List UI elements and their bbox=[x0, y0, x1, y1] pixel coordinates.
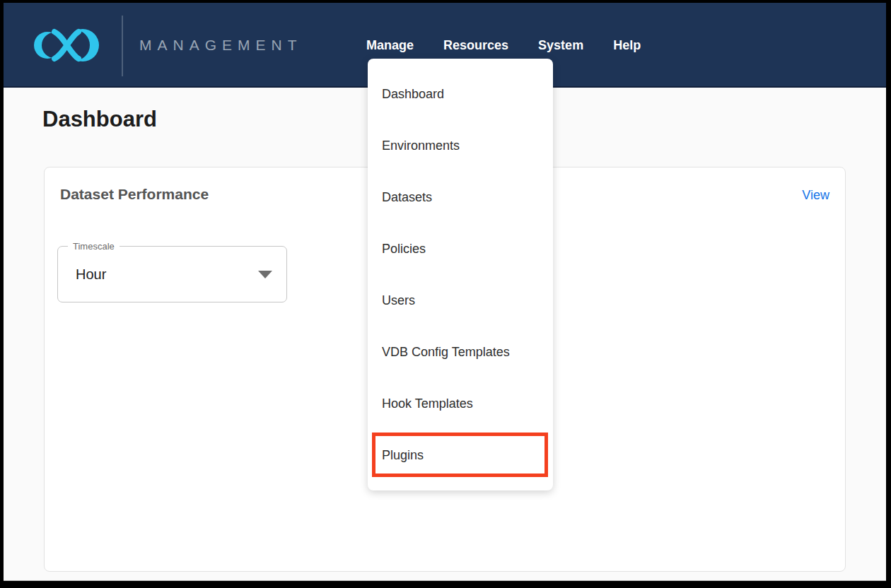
nav-item-system[interactable]: System bbox=[538, 38, 583, 53]
timescale-select[interactable]: Timescale Hour bbox=[57, 246, 287, 302]
card-title: Dataset Performance bbox=[60, 186, 209, 203]
menu-item-hook-templates[interactable]: Hook Templates bbox=[368, 378, 553, 430]
screenshot-frame: MANAGEMENT Manage Resources System Help … bbox=[4, 3, 886, 581]
menu-item-dashboard[interactable]: Dashboard bbox=[368, 69, 553, 120]
menu-item-users[interactable]: Users bbox=[368, 275, 553, 327]
page-title: Dashboard bbox=[42, 107, 157, 132]
menu-item-plugins-label: Plugins bbox=[382, 448, 424, 463]
timescale-select-value: Hour bbox=[76, 247, 106, 302]
nav-item-help[interactable]: Help bbox=[613, 38, 641, 53]
menu-item-vdb-config-templates[interactable]: VDB Config Templates bbox=[368, 327, 553, 378]
nav-item-manage[interactable]: Manage bbox=[366, 38, 414, 53]
menu-item-environments[interactable]: Environments bbox=[368, 120, 553, 172]
brand-title: MANAGEMENT bbox=[139, 3, 303, 88]
view-link[interactable]: View bbox=[802, 188, 829, 203]
navbar-divider bbox=[122, 16, 123, 76]
menu-item-policies[interactable]: Policies bbox=[368, 223, 553, 275]
caret-down-icon bbox=[258, 271, 272, 278]
nav-item-resources[interactable]: Resources bbox=[443, 38, 508, 53]
manage-dropdown-menu: Dashboard Environments Datasets Policies… bbox=[368, 59, 553, 490]
delphix-logo-icon[interactable] bbox=[32, 20, 100, 71]
menu-item-plugins[interactable]: Plugins bbox=[368, 430, 553, 481]
menu-item-datasets[interactable]: Datasets bbox=[368, 172, 553, 223]
